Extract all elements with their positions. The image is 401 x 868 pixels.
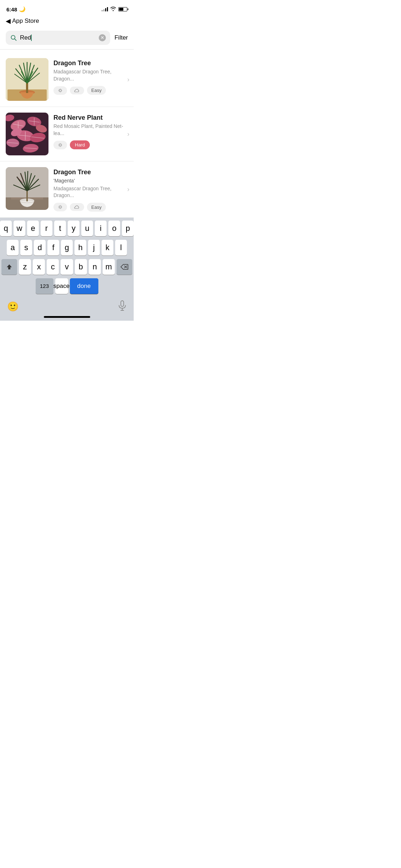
keyboard: q w e r t y u i o p a s d f g h j k l [0, 218, 134, 321]
key-j[interactable]: j [88, 240, 100, 255]
plant-tags-2: Hard [53, 140, 128, 149]
nav-bar: ◀ App Store [0, 16, 134, 28]
plant-image-1 [6, 58, 48, 101]
space-key[interactable]: space [55, 278, 68, 294]
status-left: 6:48 🌙 [6, 6, 26, 12]
signal-bar-2 [103, 9, 104, 11]
keyboard-row-2: a s d f g h j k l [1, 240, 132, 255]
signal-bars [102, 7, 108, 11]
search-box[interactable]: Red ✕ [6, 31, 110, 45]
plant-aliases-2: Red Mosaic Plant, Painted Net-lea... [53, 123, 128, 137]
clear-search-button[interactable]: ✕ [99, 34, 106, 41]
key-i[interactable]: i [95, 221, 107, 236]
svg-rect-44 [26, 190, 28, 201]
key-e[interactable]: e [27, 221, 39, 236]
plant-image-2 [6, 113, 48, 155]
key-n[interactable]: n [89, 259, 101, 275]
back-label: App Store [12, 17, 39, 25]
keyboard-row-3: z x c v b n m [1, 259, 132, 275]
difficulty-tag-hard-2: Hard [70, 140, 90, 149]
done-key[interactable]: done [70, 278, 98, 294]
cloud-tag-1 [70, 87, 84, 94]
signal-bar-4 [107, 7, 108, 11]
plant-item-2[interactable]: Red Nerve Plant Red Mosaic Plant, Painte… [0, 107, 134, 161]
key-x[interactable]: x [33, 259, 45, 275]
key-c[interactable]: c [47, 259, 59, 275]
clear-icon: ✕ [101, 36, 104, 40]
moon-icon: 🌙 [19, 6, 26, 12]
svg-point-56 [59, 206, 61, 208]
search-query: Red [20, 34, 31, 41]
emoji-button[interactable]: 🙂 [7, 301, 19, 312]
battery-icon [118, 7, 127, 11]
cloud-icon-1 [74, 88, 80, 93]
results-list: Dragon Tree Madagascar Dragon Tree, Drag… [0, 52, 134, 218]
plant-info-2: Red Nerve Plant Red Mosaic Plant, Painte… [53, 113, 128, 149]
plant-name-3: Dragon Tree [53, 169, 128, 176]
plant-item-3[interactable]: Dragon Tree 'Magenta' Madagascar Dragon … [0, 161, 134, 218]
microphone-icon [118, 300, 127, 311]
numbers-key[interactable]: 123 [36, 278, 53, 294]
key-v[interactable]: v [61, 259, 73, 275]
key-w[interactable]: w [14, 221, 25, 236]
key-r[interactable]: r [41, 221, 52, 236]
key-g[interactable]: g [61, 240, 73, 255]
plant-name-2: Red Nerve Plant [53, 114, 128, 122]
partial-sun-icon-1 [58, 88, 63, 93]
signal-bar-3 [105, 8, 106, 11]
plant-item-1[interactable]: Dragon Tree Madagascar Dragon Tree, Drag… [0, 52, 134, 107]
key-d[interactable]: d [34, 240, 46, 255]
plant-info-1: Dragon Tree Madagascar Dragon Tree, Drag… [53, 58, 128, 95]
key-l[interactable]: l [115, 240, 127, 255]
chevron-right-icon-3: › [127, 186, 129, 193]
plant-aliases-3: Madagascar Dragon Tree, Dragon... [53, 185, 128, 199]
svg-rect-59 [121, 301, 124, 306]
search-area: Red ✕ Filter [0, 28, 134, 49]
plant-image-3 [6, 167, 48, 210]
key-p[interactable]: p [122, 221, 134, 236]
plant-name-1: Dragon Tree [53, 60, 128, 67]
shift-icon [6, 264, 12, 270]
difficulty-tag-3: Easy [87, 203, 106, 212]
key-q[interactable]: q [0, 221, 12, 236]
sun-tag-1 [53, 86, 67, 95]
shift-key[interactable] [1, 259, 17, 275]
cloud-icon-3 [74, 205, 80, 209]
plant-thumbnail-1 [6, 58, 48, 101]
filter-button[interactable]: Filter [114, 34, 128, 41]
key-h[interactable]: h [74, 240, 86, 255]
key-a[interactable]: a [7, 240, 19, 255]
key-t[interactable]: t [54, 221, 66, 236]
key-u[interactable]: u [81, 221, 93, 236]
search-input[interactable]: Red [20, 34, 96, 41]
back-chevron-icon: ◀ [6, 17, 11, 25]
chevron-right-icon-2: › [127, 130, 129, 138]
status-right [102, 6, 127, 12]
key-k[interactable]: k [102, 240, 113, 255]
search-icon [10, 34, 17, 41]
delete-key[interactable] [117, 259, 132, 275]
key-f[interactable]: f [47, 240, 59, 255]
chevron-right-icon-1: › [127, 76, 129, 83]
status-bar: 6:48 🌙 [0, 0, 134, 16]
key-z[interactable]: z [19, 259, 31, 275]
back-button[interactable]: ◀ App Store [6, 17, 39, 25]
plant-aliases-1: Madagascar Dragon Tree, Dragon... [53, 68, 128, 82]
home-bar [44, 316, 90, 318]
key-o[interactable]: o [108, 221, 120, 236]
delete-icon [120, 264, 128, 270]
text-cursor [31, 35, 32, 41]
keyboard-accessory-bar: 🙂 [0, 298, 134, 316]
key-m[interactable]: m [103, 259, 115, 275]
time-display: 6:48 [6, 6, 17, 12]
plant-thumbnail-3 [6, 167, 48, 210]
partial-sun-icon-3 [58, 205, 63, 210]
microphone-button[interactable] [118, 300, 127, 313]
key-b[interactable]: b [75, 259, 87, 275]
svg-point-38 [59, 144, 61, 146]
plant-tags-1: Easy [53, 86, 128, 95]
sun-tag-2 [53, 141, 67, 149]
key-y[interactable]: y [68, 221, 79, 236]
svg-rect-5 [26, 82, 28, 93]
key-s[interactable]: s [20, 240, 32, 255]
